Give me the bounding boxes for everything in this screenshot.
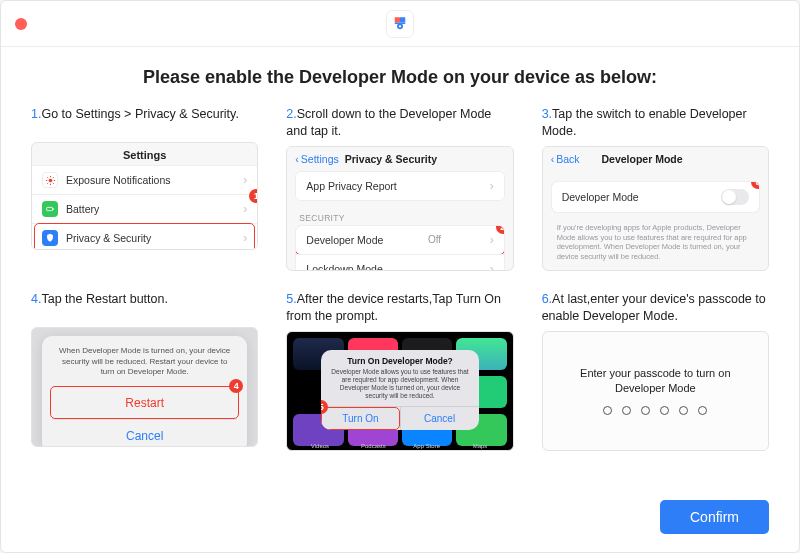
battery-icon [42, 201, 58, 217]
dialog-message: Developer Mode allows you to use feature… [321, 368, 478, 407]
chevron-right-icon: › [490, 233, 494, 247]
step-badge-4: 4 [229, 379, 243, 393]
settings-row-exposure: Exposure Notifications› [32, 165, 257, 194]
dialog-cancel-button: Cancel [400, 407, 479, 430]
alert-sheet: When Developer Mode is turned on, your d… [42, 336, 247, 447]
chevron-right-icon: › [243, 202, 247, 216]
step-6-label: 6.At last,enter your device's passcode t… [542, 291, 769, 325]
svg-rect-3 [47, 207, 53, 210]
chevron-right-icon: › [243, 173, 247, 187]
row-developer-mode-toggle: Developer Mode [552, 182, 759, 212]
svg-point-2 [48, 178, 52, 182]
settings-row-battery: Battery› 1 [32, 194, 257, 223]
step-1: 1.Go to Settings > Privacy & Security. S… [31, 106, 258, 271]
step-4-label: 4.Tap the Restart button. [31, 291, 258, 321]
screenshot-privacy-security: ‹ Settings Privacy & Security App Privac… [286, 146, 513, 271]
close-window-button[interactable] [15, 18, 27, 30]
window-controls [15, 18, 27, 30]
cancel-button: Cancel [52, 419, 237, 447]
turn-on-button: Turn On 5 [321, 407, 399, 430]
map-pin-icon [391, 15, 409, 33]
footer: Confirm [1, 486, 799, 552]
turn-on-dialog: Turn On Developer Mode? Developer Mode a… [321, 350, 478, 431]
passcode-dot [622, 406, 631, 415]
step-1-label: 1.Go to Settings > Privacy & Security. [31, 106, 258, 136]
passcode-dot [698, 406, 707, 415]
step-2-label: 2.Scroll down to the Developer Mode and … [286, 106, 513, 140]
screenshot-turnon-dialog: VideosPodcastsApp StoreMaps Turn On Deve… [286, 331, 513, 451]
passcode-dots [603, 406, 707, 415]
back-button: ‹ Back [551, 153, 580, 165]
nav-bar: ‹ Back Developer Mode [543, 147, 768, 171]
step-2: 2.Scroll down to the Developer Mode and … [286, 106, 513, 271]
step-5: 5.After the device restarts,Tap Turn On … [286, 291, 513, 451]
screenshot-settings-list: Settings Exposure Notifications› Battery… [31, 142, 258, 250]
developer-mode-note: If you're developing apps for Apple prod… [543, 219, 768, 268]
page-title: Please enable the Developer Mode on your… [31, 67, 769, 88]
passcode-dot [603, 406, 612, 415]
step-badge-1: 1 [249, 189, 258, 203]
titlebar [1, 1, 799, 47]
row-lockdown-mode: Lockdown Mode› [296, 254, 503, 271]
screenshot-restart-alert: When Developer Mode is turned on, your d… [31, 327, 258, 447]
dock-labels: VideosPodcastsApp StoreMaps [293, 443, 506, 449]
content-area: Please enable the Developer Mode on your… [1, 47, 799, 486]
section-label-security: SECURITY [287, 207, 512, 225]
app-window: Please enable the Developer Mode on your… [0, 0, 800, 553]
group-security: Developer ModeOff› Lockdown Mode› 2 [295, 225, 504, 271]
step-4: 4.Tap the Restart button. When Developer… [31, 291, 258, 451]
dialog-title: Turn On Developer Mode? [321, 350, 478, 368]
svg-point-1 [399, 25, 401, 27]
alert-message: When Developer Mode is turned on, your d… [52, 344, 237, 386]
row-developer-mode: Developer ModeOff› [296, 226, 503, 254]
passcode-dot [641, 406, 650, 415]
settings-row-privacy: Privacy & Security› [32, 223, 257, 250]
chevron-right-icon: › [243, 231, 247, 245]
privacy-icon [42, 230, 58, 246]
passcode-dot [679, 406, 688, 415]
row-app-privacy-report: App Privacy Report› [296, 172, 503, 200]
exposure-icon [42, 172, 58, 188]
steps-grid: 1.Go to Settings > Privacy & Security. S… [31, 106, 769, 451]
group-dev-toggle: Developer Mode 3 [551, 181, 760, 213]
restart-button: Restart [52, 386, 237, 419]
settings-header: Settings [32, 143, 257, 165]
confirm-button[interactable]: Confirm [660, 500, 769, 534]
nav-bar: ‹ Settings Privacy & Security [287, 147, 512, 171]
step-5-label: 5.After the device restarts,Tap Turn On … [286, 291, 513, 325]
group-app-privacy: App Privacy Report› [295, 171, 504, 201]
screenshot-passcode: Enter your passcode to turn on Developer… [542, 331, 769, 451]
passcode-prompt: Enter your passcode to turn on Developer… [543, 366, 768, 396]
toggle-switch [721, 189, 749, 205]
back-button: ‹ Settings [295, 153, 338, 165]
screenshot-developer-mode: ‹ Back Developer Mode Developer Mode 3 I… [542, 146, 769, 271]
app-logo [386, 10, 414, 38]
step-3: 3.Tap the switch to enable Developer Mod… [542, 106, 769, 271]
step-3-label: 3.Tap the switch to enable Developer Mod… [542, 106, 769, 140]
chevron-right-icon: › [490, 179, 494, 193]
passcode-dot [660, 406, 669, 415]
chevron-right-icon: › [490, 262, 494, 271]
svg-rect-4 [53, 208, 54, 210]
step-6: 6.At last,enter your device's passcode t… [542, 291, 769, 451]
